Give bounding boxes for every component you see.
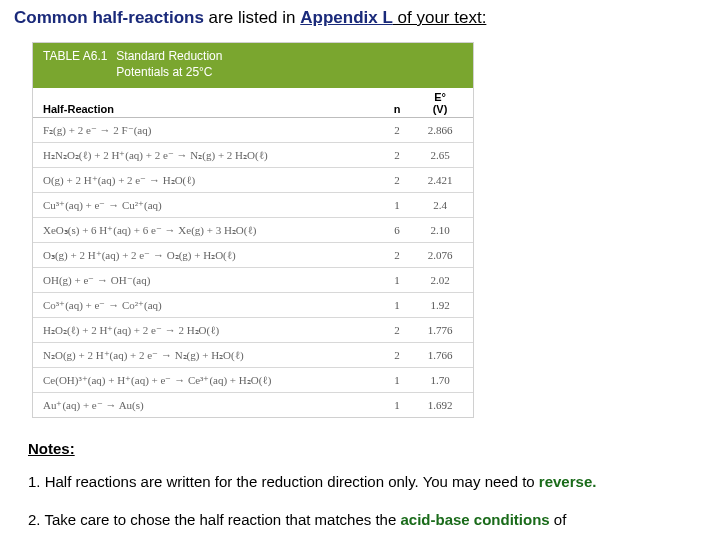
banner-spacer	[43, 65, 113, 81]
cell-e: 1.692	[417, 400, 463, 412]
reduction-table: TABLE A6.1 Standard Reduction Potentials…	[32, 42, 474, 418]
cell-e: 1.70	[417, 375, 463, 387]
cell-n: 1	[377, 199, 417, 211]
cell-reaction: O₃(g) + 2 H⁺(aq) + 2 e⁻ → O₂(g) + H₂O(ℓ)	[43, 249, 377, 262]
col-header-e-unit: (V)	[433, 103, 448, 115]
table-title-line2: Potentials at 25°C	[116, 65, 212, 79]
cell-n: 6	[377, 224, 417, 236]
table-row: N₂O(g) + 2 H⁺(aq) + 2 e⁻ → N₂(g) + H₂O(ℓ…	[33, 343, 473, 368]
cell-reaction: Co³⁺(aq) + e⁻ → Co²⁺(aq)	[43, 299, 377, 312]
headline: Common half-reactions are listed in Appe…	[14, 8, 706, 28]
cell-n: 2	[377, 174, 417, 186]
col-header-reaction: Half-Reaction	[43, 103, 377, 115]
table-row: OH(g) + e⁻ → OH⁻(aq) 1 2.02	[33, 268, 473, 293]
cell-e: 2.02	[417, 275, 463, 287]
note-1-highlight: reverse.	[539, 473, 597, 490]
cell-reaction: H₂O₂(ℓ) + 2 H⁺(aq) + 2 e⁻ → 2 H₂O(ℓ)	[43, 324, 377, 337]
cell-e: 2.421	[417, 175, 463, 187]
table-row: Co³⁺(aq) + e⁻ → Co²⁺(aq) 1 1.92	[33, 293, 473, 318]
cell-n: 2	[377, 349, 417, 361]
cell-n: 2	[377, 249, 417, 261]
cell-reaction: XeO₃(s) + 6 H⁺(aq) + 6 e⁻ → Xe(g) + 3 H₂…	[43, 224, 377, 237]
headline-strong-1: Common half-reactions	[14, 8, 204, 27]
cell-n: 2	[377, 324, 417, 336]
note-2: 2. Take care to chose the half reaction …	[28, 507, 706, 533]
cell-n: 1	[377, 399, 417, 411]
headline-tail: of your text:	[393, 8, 487, 27]
cell-reaction: Ce(OH)³⁺(aq) + H⁺(aq) + e⁻ → Ce³⁺(aq) + …	[43, 374, 377, 387]
note-2-text-a: 2. Take care to chose the half reaction …	[28, 511, 400, 528]
cell-n: 1	[377, 374, 417, 386]
note-1-text: 1. Half reactions are written for the re…	[28, 473, 539, 490]
table-row: F₂(g) + 2 e⁻ → 2 F⁻(aq) 2 2.866	[33, 118, 473, 143]
cell-n: 1	[377, 299, 417, 311]
headline-mid: are listed in	[204, 8, 300, 27]
cell-reaction: O(g) + 2 H⁺(aq) + 2 e⁻ → H₂O(ℓ)	[43, 174, 377, 187]
table-row: O(g) + 2 H⁺(aq) + 2 e⁻ → H₂O(ℓ) 2 2.421	[33, 168, 473, 193]
cell-e: 2.076	[417, 250, 463, 262]
note-1: 1. Half reactions are written for the re…	[28, 469, 706, 495]
cell-n: 2	[377, 124, 417, 136]
table-row: Au⁺(aq) + e⁻ → Au(s) 1 1.692	[33, 393, 473, 417]
table-row: XeO₃(s) + 6 H⁺(aq) + 6 e⁻ → Xe(g) + 3 H₂…	[33, 218, 473, 243]
cell-e: 2.866	[417, 125, 463, 137]
cell-reaction: H₂N₂O₂(ℓ) + 2 H⁺(aq) + 2 e⁻ → N₂(g) + 2 …	[43, 149, 377, 162]
cell-e: 2.65	[417, 150, 463, 162]
cell-e: 1.776	[417, 325, 463, 337]
table-row: H₂N₂O₂(ℓ) + 2 H⁺(aq) + 2 e⁻ → N₂(g) + 2 …	[33, 143, 473, 168]
table-row: H₂O₂(ℓ) + 2 H⁺(aq) + 2 e⁻ → 2 H₂O(ℓ) 2 1…	[33, 318, 473, 343]
cell-e: 2.4	[417, 200, 463, 212]
note-2-text-c: of	[550, 511, 567, 528]
notes-heading: Notes:	[28, 440, 706, 457]
note-2-highlight: acid-base conditions	[400, 511, 549, 528]
col-header-e: E° (V)	[417, 92, 463, 115]
table-number: TABLE A6.1	[43, 49, 113, 65]
headline-strong-2: Appendix L	[300, 8, 393, 27]
table-row: O₃(g) + 2 H⁺(aq) + 2 e⁻ → O₂(g) + H₂O(ℓ)…	[33, 243, 473, 268]
cell-e: 1.766	[417, 350, 463, 362]
cell-reaction: Au⁺(aq) + e⁻ → Au(s)	[43, 399, 377, 412]
cell-reaction: N₂O(g) + 2 H⁺(aq) + 2 e⁻ → N₂(g) + H₂O(ℓ…	[43, 349, 377, 362]
cell-e: 2.10	[417, 225, 463, 237]
cell-n: 1	[377, 274, 417, 286]
cell-reaction: OH(g) + e⁻ → OH⁻(aq)	[43, 274, 377, 287]
col-header-n: n	[377, 103, 417, 115]
table-row: Cu³⁺(aq) + e⁻ → Cu²⁺(aq) 1 2.4	[33, 193, 473, 218]
cell-e: 1.92	[417, 300, 463, 312]
cell-reaction: F₂(g) + 2 e⁻ → 2 F⁻(aq)	[43, 124, 377, 137]
cell-n: 2	[377, 149, 417, 161]
table-title-line1: Standard Reduction	[116, 49, 222, 63]
table-row: Ce(OH)³⁺(aq) + H⁺(aq) + e⁻ → Ce³⁺(aq) + …	[33, 368, 473, 393]
cell-reaction: Cu³⁺(aq) + e⁻ → Cu²⁺(aq)	[43, 199, 377, 212]
table-banner: TABLE A6.1 Standard Reduction Potentials…	[33, 43, 473, 88]
table-header-row: Half-Reaction n E° (V)	[33, 88, 473, 118]
col-header-e-symbol: E°	[434, 91, 446, 103]
